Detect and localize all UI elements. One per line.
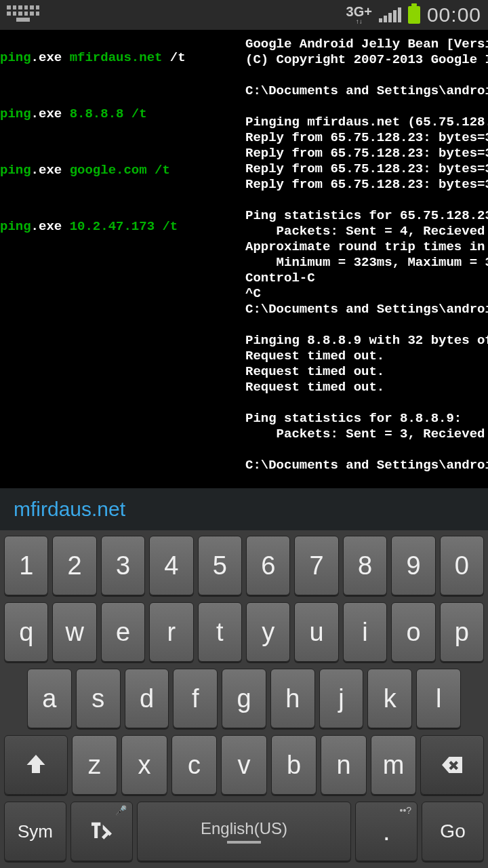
- key-6[interactable]: 6: [246, 536, 290, 595]
- status-bar: 3G+ ↑↓ 00:00: [0, 0, 488, 30]
- battery-icon: [408, 6, 420, 24]
- suggestion-text[interactable]: mfirdaus.net: [14, 498, 125, 521]
- key-z[interactable]: z: [72, 735, 118, 795]
- terminal-command: ping.exe 8.8.8.8 /t: [0, 106, 237, 122]
- key-y[interactable]: y: [246, 602, 290, 662]
- key-w[interactable]: w: [52, 602, 96, 662]
- signal-icon: [379, 7, 401, 22]
- keyboard-indicator-icon: [7, 5, 39, 24]
- key-c[interactable]: c: [171, 735, 218, 795]
- key-d[interactable]: d: [125, 669, 169, 728]
- key-0[interactable]: 0: [440, 536, 484, 595]
- key-2[interactable]: 2: [52, 536, 96, 595]
- key-i[interactable]: i: [343, 602, 387, 662]
- key-g[interactable]: g: [222, 669, 266, 728]
- soft-keyboard: 1234567890 qwertyuiop asdfghjkl zxcvbnm …: [0, 530, 488, 868]
- text-edit-key[interactable]: 🎤: [70, 802, 133, 861]
- suggestion-bar[interactable]: mfirdaus.net: [0, 488, 488, 530]
- key-n[interactable]: n: [321, 735, 367, 795]
- sym-key[interactable]: Sym: [4, 802, 66, 861]
- key-1[interactable]: 1: [4, 536, 48, 595]
- network-3g-icon: 3G+ ↑↓: [346, 5, 372, 25]
- key-a[interactable]: a: [27, 669, 72, 728]
- key-v[interactable]: v: [221, 735, 267, 795]
- go-key[interactable]: Go: [422, 802, 484, 861]
- key-3[interactable]: 3: [101, 536, 145, 595]
- key-t[interactable]: t: [198, 602, 242, 662]
- space-key[interactable]: English(US): [137, 802, 352, 861]
- key-m[interactable]: m: [371, 735, 417, 795]
- key-r[interactable]: r: [149, 602, 193, 662]
- period-key[interactable]: ••? .: [355, 802, 418, 861]
- terminal-command: ping.exe mfirdaus.net /t: [0, 50, 237, 66]
- key-e[interactable]: e: [101, 602, 145, 662]
- key-j[interactable]: j: [319, 669, 364, 728]
- terminal-view[interactable]: ping.exe mfirdaus.net /tping.exe 8.8.8.8…: [0, 30, 488, 488]
- backspace-key[interactable]: [420, 735, 484, 795]
- key-q[interactable]: q: [4, 602, 48, 662]
- key-u[interactable]: u: [294, 602, 338, 662]
- key-f[interactable]: f: [173, 669, 218, 728]
- key-k[interactable]: k: [367, 669, 412, 728]
- terminal-command: ping.exe google.com /t: [0, 163, 237, 178]
- key-4[interactable]: 4: [149, 536, 193, 595]
- key-5[interactable]: 5: [198, 536, 242, 595]
- key-p[interactable]: p: [440, 602, 484, 662]
- shift-key[interactable]: [4, 735, 68, 795]
- clock: 00:00: [427, 3, 481, 26]
- terminal-output: Google Android Jelly Bean [Version (C) C…: [245, 37, 488, 488]
- key-l[interactable]: l: [416, 669, 461, 728]
- terminal-command: ping.exe 10.2.47.173 /t: [0, 219, 237, 235]
- key-o[interactable]: o: [391, 602, 435, 662]
- key-x[interactable]: x: [121, 735, 167, 795]
- key-7[interactable]: 7: [294, 536, 338, 595]
- key-s[interactable]: s: [76, 669, 121, 728]
- key-9[interactable]: 9: [391, 536, 435, 595]
- key-8[interactable]: 8: [343, 536, 387, 595]
- key-h[interactable]: h: [270, 669, 315, 728]
- key-b[interactable]: b: [271, 735, 317, 795]
